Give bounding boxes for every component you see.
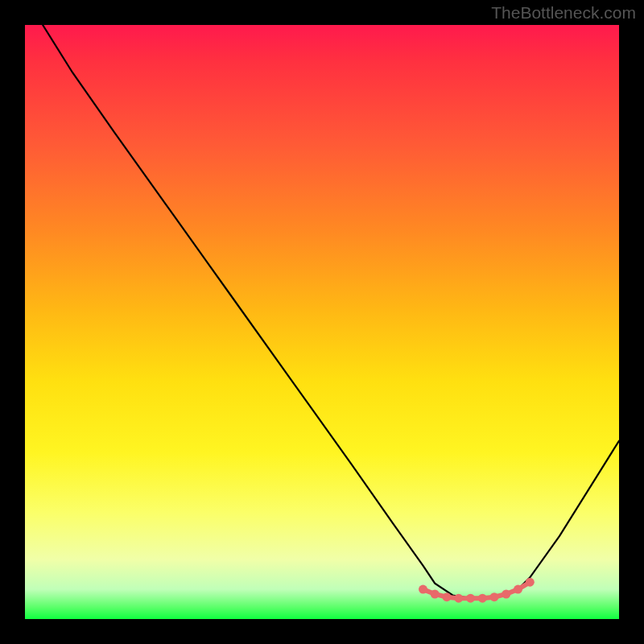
valley-marker — [454, 594, 463, 603]
valley-marker — [419, 585, 427, 594]
plot-area — [25, 25, 619, 619]
watermark-text: TheBottleneck.com — [491, 3, 636, 23]
valley-marker — [514, 585, 522, 594]
valley-marker — [466, 594, 475, 603]
valley-marker — [431, 590, 440, 599]
valley-marker — [443, 592, 452, 601]
bottleneck-curve — [43, 25, 619, 598]
chart-svg — [25, 25, 619, 619]
valley-marker — [526, 578, 535, 587]
valley-marker — [478, 594, 487, 603]
valley-marker — [502, 590, 510, 599]
valley-marker — [490, 592, 499, 601]
valley-markers — [419, 578, 535, 603]
